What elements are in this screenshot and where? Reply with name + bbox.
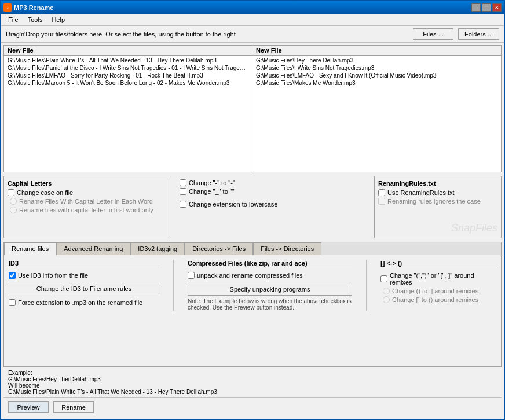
bottom-bar: Preview Rename [3,397,502,417]
change-to-parens-radio[interactable] [383,296,390,303]
change-remix-label: Change "(",")" or "[","]" around remixes [390,272,496,286]
file-lists: New File G:\Music Files\Plain White T's … [3,45,502,172]
close-button[interactable]: ✕ [492,3,502,12]
titlebar-buttons: ─ □ ✕ [471,3,502,12]
change-to-brackets-label: Change () to [] around remixes [392,288,478,294]
change-to-brackets-row: Change () to [] around remixes [380,288,496,294]
change-to-brackets-radio[interactable] [383,288,390,294]
divider-2 [366,260,367,311]
left-list-header: New File [4,46,252,56]
unpack-checkbox[interactable] [188,272,195,279]
tab-directories-files[interactable]: Directories -> Files [185,242,253,255]
tab-content-rename: ID3 Use ID3 info from the file Change th… [4,255,501,315]
tabs-section: Rename files Advanced Renaming ID3v2 tag… [3,242,502,367]
capital-letters-section: Capital Letters Change case on file Rena… [3,176,171,238]
ignores-case-row: Renaming rules ignores the case [378,198,497,205]
change-remix-checkbox[interactable] [380,275,387,282]
snapfiles-watermark: SnapFiles [378,222,497,234]
change-extension-label: Change extension to lowercase [189,201,277,208]
unpack-label: unpack and rename compressed files [197,272,303,279]
rename-first-row: Rename files with capital letter in firs… [8,207,167,213]
menubar: File Tools Help [1,14,504,26]
window-title: MP3 Rename [14,4,53,11]
list-item[interactable]: G:\Music Files\Maroon 5 - It Won't Be So… [6,79,250,87]
change-case-checkbox[interactable] [8,189,14,196]
change-dash-label: Change "-" to "-" [189,179,235,186]
list-item[interactable]: G:\Music Files\Plain White T's - All Tha… [6,57,250,64]
rename-first-radio[interactable] [10,207,17,213]
menu-tools[interactable]: Tools [23,15,47,24]
rename-button[interactable]: Rename [53,401,94,413]
change-extension-row: Change extension to lowercase [180,201,366,208]
minimize-button[interactable]: ─ [471,3,481,12]
compressed-title: Compressed Files (like zip, rar and ace) [188,260,352,268]
change-remix-row: Change "(",")" or "[","]" around remixes [380,272,496,286]
use-renaming-label: Use RenamingRules.txt [387,189,455,196]
list-item[interactable]: G:\Music Files\LMFAO - Sorry for Party R… [6,72,250,79]
right-list-header: New File [253,46,501,56]
tab-files-directories[interactable]: Files -> Directories [253,242,321,255]
left-file-list: New File G:\Music Files\Plain White T's … [4,46,253,172]
remix-title: [] <-> () [380,260,496,268]
rename-first-label: Rename files with capital letter in firs… [19,207,153,213]
use-renaming-row: Use RenamingRules.txt [378,189,497,196]
maximize-button[interactable]: □ [482,3,491,12]
preview-button[interactable]: Preview [8,401,49,413]
menu-file[interactable]: File [3,15,23,24]
main-content: New File G:\Music Files\Plain White T's … [1,43,504,419]
id3-section: ID3 Use ID3 info from the file Change th… [9,260,159,311]
tab-rename-files[interactable]: Rename files [4,242,56,255]
options-row: Capital Letters Change case on file Rena… [3,176,502,238]
titlebar-left: ♪ MP3 Rename [3,3,53,12]
use-id3-row: Use ID3 info from the file [9,272,159,279]
list-item[interactable]: G:\Music Files\LMFAO - Sexy and I Know I… [255,72,499,79]
rename-capital-radio[interactable] [10,198,17,205]
id3-title: ID3 [9,260,159,268]
right-file-list: New File G:\Music Files\Hey There Delila… [253,46,501,172]
renaming-rules-title: RenamingRules.txt [378,180,497,187]
files-button[interactable]: Files ... [413,28,453,40]
main-window: ♪ MP3 Rename ─ □ ✕ File Tools Help Drag'… [0,0,505,420]
rename-capital-label: Rename Files With Capital Letter In Each… [19,198,153,205]
list-item[interactable]: G:\Music Files\Makes Me Wonder.mp3 [255,79,499,87]
example-label: Example: [8,370,497,376]
tab-advanced-renaming[interactable]: Advanced Renaming [56,242,130,255]
force-ext-checkbox[interactable] [9,299,16,306]
force-ext-row: Force extension to .mp3 on the renamed f… [9,299,159,306]
example-line3: G:\Music Files\Plain White T's - All Tha… [8,389,497,395]
unpack-row: unpack and rename compressed files [188,272,352,279]
change-underscore-checkbox[interactable] [180,188,186,195]
bottom-left: Preview Rename [8,401,94,413]
change-dash-checkbox[interactable] [180,179,186,186]
ignores-case-checkbox[interactable] [378,198,385,205]
titlebar: ♪ MP3 Rename ─ □ ✕ [1,1,504,14]
example-line2: Will become [8,382,497,389]
toolbar: Drag'n'Drop your files/folders here. Or … [1,26,504,43]
tab-bar: Rename files Advanced Renaming ID3v2 tag… [4,242,501,255]
change-case-label: Change case on file [17,189,73,196]
use-id3-label: Use ID3 info from the file [18,272,88,279]
list-item[interactable]: G:\Music Files\Hey There Delilah.mp3 [255,57,499,64]
divider-1 [173,260,174,311]
change-to-parens-row: Change [] to () around remixes [380,296,496,303]
tab-id3v2-tagging[interactable]: ID3v2 tagging [130,242,185,255]
folders-button[interactable]: Folders ... [458,28,499,40]
list-item[interactable]: G:\Music Files\I Write Sins Not Tragedie… [255,64,499,72]
change-extension-checkbox[interactable] [180,201,186,208]
change-case-row: Change case on file [8,189,167,196]
rename-capital-row: Rename Files With Capital Letter In Each… [8,198,167,205]
menu-help[interactable]: Help [47,15,69,24]
specify-button[interactable]: Specify unpacking programs [188,283,352,296]
note-text: Note: The Example below is wrong when th… [188,298,352,311]
drop-text: Drag'n'Drop your files/folders here. Or … [6,31,408,38]
ignores-case-label: Renaming rules ignores the case [387,198,481,205]
compressed-section: Compressed Files (like zip, rar and ace)… [188,260,352,311]
example-section: Example: G:\Music Files\Hey TherDelilah.… [3,367,502,397]
use-renaming-checkbox[interactable] [378,189,385,196]
app-icon: ♪ [3,3,12,12]
change-id3-button[interactable]: Change the ID3 to Filename rules [9,283,159,294]
use-id3-checkbox[interactable] [9,272,16,279]
list-item[interactable]: G:\Music Files\Panic! at the Disco - I W… [6,64,250,72]
left-list-content: G:\Music Files\Plain White T's - All Tha… [4,56,252,88]
change-underscore-row: Change "_" to "" [180,188,366,195]
